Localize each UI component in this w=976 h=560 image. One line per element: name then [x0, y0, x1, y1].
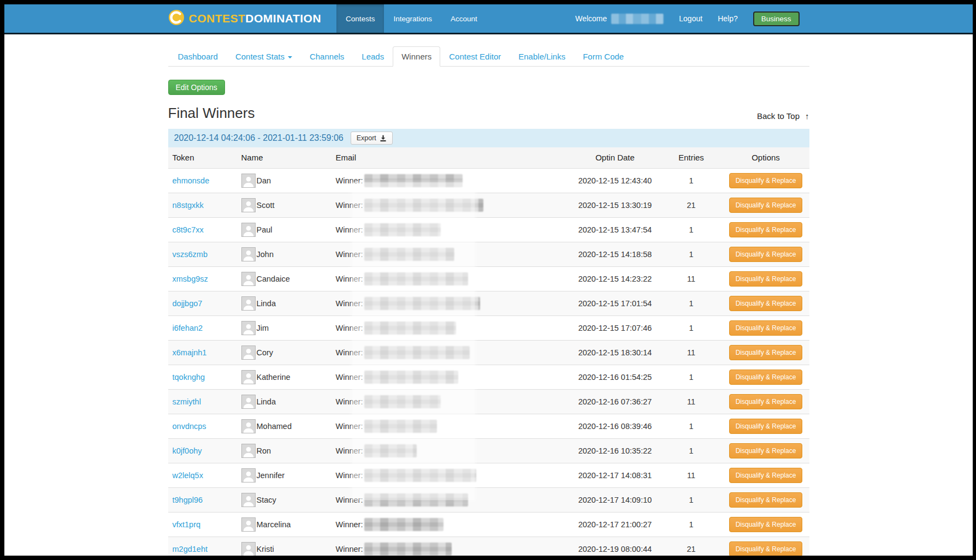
disqualify-replace-button[interactable]: Disqualify & Replace — [729, 271, 803, 287]
email-prefix: Winner: — [336, 201, 363, 210]
contest-domination-logo-icon — [168, 9, 185, 28]
back-to-top-link[interactable]: Back to Top ↑ — [757, 111, 809, 122]
email-prefix: Winner: — [336, 422, 363, 431]
disqualify-replace-button[interactable]: Disqualify & Replace — [729, 394, 803, 409]
winner-name: Kristi — [257, 545, 274, 553]
winner-token-link[interactable]: t9hgpl96 — [173, 496, 203, 504]
winner-token-link[interactable]: w2lelq5x — [173, 471, 203, 480]
winner-token-link[interactable]: k0jf0ohy — [173, 446, 202, 455]
redacted-email — [364, 469, 476, 482]
winner-token-link[interactable]: vfxt1prq — [173, 520, 201, 529]
redacted-email — [364, 420, 437, 433]
winner-token-link[interactable]: ehmonsde — [173, 176, 210, 185]
navbar-item-integrations[interactable]: Integrations — [384, 4, 441, 33]
winner-token-link[interactable]: xmsbg9sz — [173, 275, 208, 283]
winner-token-link[interactable]: vszs6zmb — [173, 250, 208, 259]
tab-leads[interactable]: Leads — [353, 46, 393, 67]
tab-contest-stats[interactable]: Contest Stats — [227, 46, 301, 67]
redacted-email — [364, 297, 480, 310]
redacted-email — [364, 174, 463, 187]
winner-token-link[interactable]: c8t9c7xx — [173, 225, 204, 234]
disqualify-replace-button[interactable]: Disqualify & Replace — [729, 370, 803, 385]
tab-winners[interactable]: Winners — [393, 46, 440, 67]
screen: CONTESTDOMINATION ContestsIntegrationsAc… — [0, 0, 976, 560]
email-prefix: Winner: — [336, 373, 363, 382]
column-header-entries: Entries — [660, 147, 723, 168]
tab-dashboard[interactable]: Dashboard — [169, 46, 227, 67]
redacted-email — [364, 346, 470, 359]
winner-token-link[interactable]: m2gd1eht — [173, 545, 208, 553]
navbar-item-contests[interactable]: Contests — [336, 4, 384, 33]
optin-date: 2020-12-15 18:30:14 — [570, 340, 660, 365]
table-row: dojjbgo7 LindaWinner:2020-12-15 17:01:54… — [168, 291, 809, 315]
table-row: xmsbg9sz CandaiceWinner:2020-12-15 14:23… — [168, 266, 809, 291]
redacted-email — [364, 444, 417, 457]
disqualify-replace-button[interactable]: Disqualify & Replace — [729, 173, 803, 188]
email-prefix: Winner: — [336, 299, 363, 308]
tab-enable-links[interactable]: Enable/Links — [510, 46, 574, 67]
winner-token-link[interactable]: n8stgxkk — [173, 201, 204, 210]
avatar-icon — [241, 370, 256, 384]
tab-contest-editor[interactable]: Contest Editor — [440, 46, 510, 67]
disqualify-replace-button[interactable]: Disqualify & Replace — [729, 320, 803, 336]
optin-date: 2020-12-16 01:54:25 — [570, 365, 660, 389]
table-row: szmiythl LindaWinner:2020-12-16 07:36:27… — [168, 389, 809, 414]
winners-table: TokenNameEmailOptin DateEntriesOptions e… — [168, 147, 809, 556]
disqualify-replace-button[interactable]: Disqualify & Replace — [729, 222, 803, 237]
optin-date: 2020-12-16 10:35:22 — [570, 438, 660, 463]
caret-down-icon — [288, 56, 292, 58]
entries-count: 11 — [660, 340, 723, 365]
table-row: vszs6zmb JohnWinner:2020-12-15 14:18:581… — [168, 242, 809, 266]
disqualify-replace-button[interactable]: Disqualify & Replace — [729, 517, 803, 532]
disqualify-replace-button[interactable]: Disqualify & Replace — [729, 419, 803, 434]
navbar-item-account[interactable]: Account — [441, 4, 487, 33]
avatar-icon — [241, 174, 256, 188]
email-prefix: Winner: — [336, 446, 363, 455]
avatar-icon — [241, 247, 256, 261]
avatar-icon — [241, 395, 256, 409]
disqualify-replace-button[interactable]: Disqualify & Replace — [729, 198, 803, 213]
tab-form-code[interactable]: Form Code — [574, 46, 632, 67]
winner-name: Linda — [257, 299, 276, 308]
winner-token-link[interactable]: dojjbgo7 — [173, 299, 203, 308]
entries-count: 21 — [660, 537, 723, 556]
avatar-icon — [241, 542, 256, 556]
disqualify-replace-button[interactable]: Disqualify & Replace — [729, 247, 803, 262]
help-link[interactable]: Help? — [718, 14, 738, 23]
redacted-email — [364, 371, 458, 384]
winner-token-link[interactable]: szmiythl — [173, 397, 201, 406]
disqualify-replace-button[interactable]: Disqualify & Replace — [729, 443, 803, 458]
column-header-name: Name — [237, 147, 332, 168]
tab-channels[interactable]: Channels — [301, 46, 353, 67]
disqualify-replace-button[interactable]: Disqualify & Replace — [729, 541, 803, 556]
winner-name: Ron — [257, 446, 271, 455]
column-header-optin-date: Optin Date — [570, 147, 660, 168]
email-prefix: Winner: — [336, 250, 363, 259]
navbar-menu: ContestsIntegrationsAccount — [336, 4, 487, 33]
business-button[interactable]: Business — [753, 11, 800, 26]
entries-count: 11 — [660, 266, 723, 291]
disqualify-replace-button[interactable]: Disqualify & Replace — [729, 345, 803, 360]
export-button[interactable]: Export — [351, 132, 393, 145]
disqualify-replace-button[interactable]: Disqualify & Replace — [729, 468, 803, 483]
optin-date: 2020-12-16 08:39:46 — [570, 414, 660, 438]
table-header-row: TokenNameEmailOptin DateEntriesOptions — [168, 147, 809, 168]
welcome-text: Welcome — [575, 14, 607, 23]
winner-token-link[interactable]: tqoknghg — [173, 373, 205, 382]
avatar-icon — [241, 223, 256, 237]
winner-name: Cory — [257, 348, 274, 357]
winner-token-link[interactable]: onvdncps — [173, 422, 206, 431]
page-title: Final Winners — [168, 105, 255, 122]
disqualify-replace-button[interactable]: Disqualify & Replace — [729, 296, 803, 311]
navbar-right: Welcome Logout Help? Business — [575, 4, 809, 33]
edit-options-button[interactable]: Edit Options — [168, 80, 225, 95]
brand[interactable]: CONTESTDOMINATION — [168, 4, 329, 33]
winner-token-link[interactable]: i6fehan2 — [173, 324, 203, 332]
redacted-email — [364, 223, 441, 236]
email-prefix: Winner: — [336, 545, 363, 553]
table-row: ehmonsde DanWinner:2020-12-15 12:43:401D… — [168, 168, 809, 193]
redacted-email — [364, 272, 468, 285]
disqualify-replace-button[interactable]: Disqualify & Replace — [729, 492, 803, 508]
logout-link[interactable]: Logout — [679, 14, 702, 23]
winner-token-link[interactable]: x6majnh1 — [173, 348, 207, 357]
